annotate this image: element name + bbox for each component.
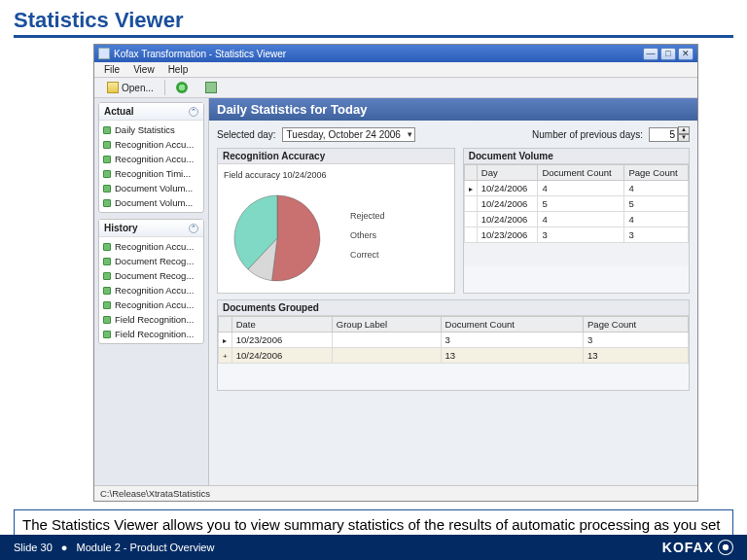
sidebar-item-label: Recognition Accu... <box>115 299 194 310</box>
toolbar-separator <box>164 80 165 95</box>
sidebar-item-label: Document Volum... <box>115 183 193 193</box>
sidebar-item-label: Field Recognition... <box>115 329 194 339</box>
sidebar-item-label: Document Recog... <box>115 270 194 281</box>
slide-divider <box>14 35 733 38</box>
col-doc-count[interactable]: Document Count <box>538 165 624 181</box>
app-icon <box>98 48 110 59</box>
refresh-button[interactable] <box>169 80 195 95</box>
sidebar-item[interactable]: Recognition Timi... <box>101 166 201 181</box>
save-button[interactable] <box>198 80 224 95</box>
table-row[interactable]: 10/24/200655 <box>464 196 688 212</box>
sidebar-item[interactable]: Recognition Accu... <box>101 152 201 166</box>
panel-actual-title: Actual <box>104 106 134 117</box>
close-button[interactable]: ✕ <box>678 48 694 60</box>
table-row[interactable]: 10/23/200633 <box>464 228 688 243</box>
group-docvol: Document Volume Day Document Count Page … <box>463 148 690 294</box>
panel-history-title: History <box>104 223 137 233</box>
sidebar-item[interactable]: Document Recog... <box>101 268 201 283</box>
sidebar-item[interactable]: Daily Statistics <box>101 122 201 137</box>
spinner-down-icon[interactable]: ▼ <box>678 134 690 142</box>
prev-days-label: Number of previous days: <box>532 129 643 140</box>
slide-title: Statistics Viewer <box>0 0 747 35</box>
globe-icon <box>718 540 733 555</box>
main-heading: Daily Statistics for Today <box>209 98 697 121</box>
sidebar-item[interactable]: Recognition Accu... <box>101 239 201 254</box>
bullet-icon <box>103 272 111 280</box>
group-docvol-title: Document Volume <box>464 149 689 164</box>
sidebar-item-label: Recognition Timi... <box>115 168 191 179</box>
collapse-icon[interactable]: ⌃ <box>189 224 198 233</box>
minimize-button[interactable]: — <box>643 48 658 60</box>
statusbar: C:\Release\XtrataStatistics <box>94 485 697 501</box>
col-page-count-g[interactable]: Page Count <box>584 317 689 332</box>
disk-icon <box>205 82 217 93</box>
maximize-button[interactable]: □ <box>660 48 676 60</box>
bullet-icon <box>103 287 111 295</box>
legend-rejected: Rejected <box>350 211 385 221</box>
expand-plus-icon[interactable]: + <box>223 352 228 361</box>
menu-file[interactable]: File <box>98 63 125 76</box>
panel-history: History ⌃ Recognition Accu...Document Re… <box>98 219 204 344</box>
slide-footer: Slide 30 ● Module 2 - Product Overview K… <box>0 535 747 560</box>
sidebar: Actual ⌃ Daily StatisticsRecognition Acc… <box>94 98 209 485</box>
pie-chart <box>224 182 340 289</box>
menu-view[interactable]: View <box>127 63 160 76</box>
group-grouped: Documents Grouped Date Group Label Docum… <box>217 299 690 391</box>
bullet-icon <box>103 156 111 163</box>
group-recognition: Recognition Accuracy Field accuracy 10/2… <box>217 148 455 294</box>
table-row[interactable]: 10/24/200644 <box>464 212 688 228</box>
menu-help[interactable]: Help <box>162 63 195 76</box>
bullet-icon <box>103 316 111 324</box>
collapse-icon[interactable]: ⌃ <box>189 107 198 117</box>
bullet-icon <box>103 185 111 192</box>
sidebar-item[interactable]: Document Volum... <box>101 181 201 195</box>
titlebar: Kofax Transformation - Statistics Viewer… <box>94 45 697 62</box>
app-window: Kofax Transformation - Statistics Viewer… <box>93 44 698 502</box>
toolbar: Open... <box>94 78 697 98</box>
table-row[interactable]: ▸10/23/200633 <box>219 332 689 348</box>
col-group-label[interactable]: Group Label <box>332 317 441 332</box>
sidebar-item[interactable]: Field Recognition... <box>101 327 201 341</box>
open-label: Open... <box>122 83 154 93</box>
group-recognition-title: Recognition Accuracy <box>218 149 454 164</box>
sidebar-item[interactable]: Document Recog... <box>101 254 201 268</box>
brand-text: KOFAX <box>662 540 714 555</box>
spinner-up-icon[interactable]: ▲ <box>678 126 690 134</box>
prev-days-input[interactable] <box>649 127 678 142</box>
pie-slice <box>271 195 320 281</box>
sidebar-item-label: Document Recog... <box>115 256 194 266</box>
sidebar-item-label: Recognition Accu... <box>115 285 194 296</box>
col-day[interactable]: Day <box>477 165 538 181</box>
col-page-count[interactable]: Page Count <box>624 165 689 181</box>
selected-day-combo[interactable]: Tuesday, October 24 2006 <box>282 127 415 142</box>
sidebar-item[interactable]: Recognition Accu... <box>101 283 201 298</box>
bullet-icon <box>103 331 111 338</box>
col-date[interactable]: Date <box>231 317 332 332</box>
group-grouped-title: Documents Grouped <box>218 300 689 316</box>
sidebar-item-label: Document Volum... <box>115 197 193 208</box>
docvol-table: Day Document Count Page Count ▸10/24/200… <box>464 164 689 243</box>
sidebar-item[interactable]: Field Recognition... <box>101 312 201 327</box>
sidebar-item[interactable]: Recognition Accu... <box>101 298 201 312</box>
row-pointer-icon: ▸ <box>223 336 227 345</box>
legend-others: Others <box>350 230 385 240</box>
sidebar-item-label: Daily Statistics <box>115 124 175 135</box>
table-row[interactable]: +10/24/20061313 <box>219 348 689 364</box>
brand-logo: KOFAX <box>662 540 733 555</box>
col-doc-count-g[interactable]: Document Count <box>441 317 583 332</box>
open-button[interactable]: Open... <box>100 80 160 95</box>
bullet-icon <box>103 243 111 251</box>
sidebar-item[interactable]: Recognition Accu... <box>101 137 201 152</box>
menubar: File View Help <box>94 62 697 78</box>
prev-days-spinner[interactable]: ▲ ▼ <box>649 126 690 142</box>
docvol-empty-area <box>464 243 689 266</box>
refresh-icon <box>176 82 188 93</box>
footer-module: Module 2 - Product Overview <box>77 542 215 553</box>
sidebar-item-label: Recognition Accu... <box>115 139 194 150</box>
sidebar-item-label: Recognition Accu... <box>115 241 194 252</box>
bullet-icon <box>103 170 111 178</box>
sidebar-item[interactable]: Document Volum... <box>101 195 201 210</box>
table-row[interactable]: ▸10/24/200644 <box>464 181 688 196</box>
grouped-table: Date Group Label Document Count Page Cou… <box>218 316 689 364</box>
bullet-icon <box>103 199 111 207</box>
